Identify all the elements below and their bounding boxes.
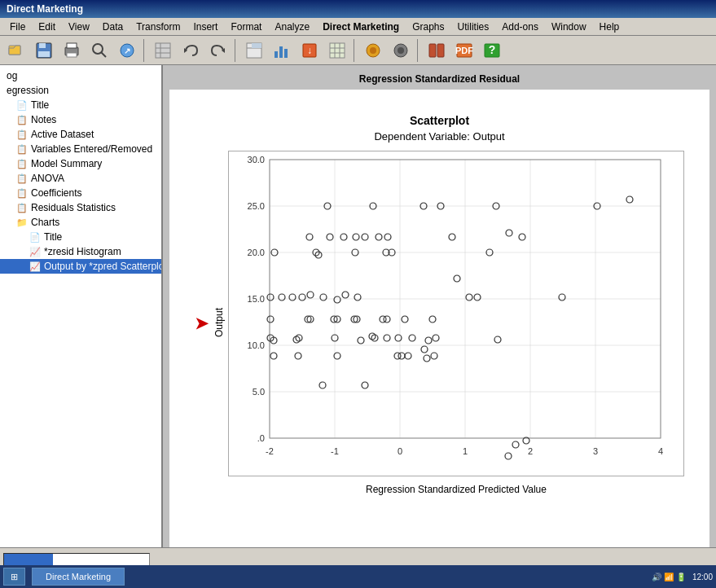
svg-point-114 <box>384 316 390 323</box>
tree-charts[interactable]: 📁 Charts <box>0 215 161 230</box>
goto-btn[interactable]: ↗ <box>114 38 140 63</box>
chart-title: Scatterplot <box>410 114 469 127</box>
svg-point-127 <box>409 335 415 341</box>
menu-addons[interactable]: Add-ons <box>495 20 545 34</box>
print-btn[interactable] <box>59 38 85 63</box>
menu-view[interactable]: View <box>62 20 96 34</box>
svg-text:10.0: 10.0 <box>248 340 265 350</box>
find-btn[interactable] <box>86 38 112 63</box>
help-btn[interactable]: ? <box>479 38 505 63</box>
svg-point-106 <box>267 316 274 323</box>
svg-point-32 <box>370 47 376 54</box>
output-paper: Scatterplot Dependent Variable: Output ➤… <box>169 90 709 547</box>
svg-rect-12 <box>156 43 170 58</box>
export-btn[interactable]: PDF <box>451 38 477 63</box>
tree-residuals-statistics[interactable]: 📋 Residuals Statistics <box>0 200 161 215</box>
toolbar-sep-2 <box>235 39 238 62</box>
import-btn[interactable]: ↓ <box>297 38 323 63</box>
tree-active-dataset[interactable]: 📋 Active Dataset <box>0 127 161 142</box>
taskbar-start-btn[interactable]: ⊞ <box>3 568 25 570</box>
menu-window[interactable]: Window <box>545 20 593 34</box>
tree-notes[interactable]: 📋 Notes <box>0 112 161 127</box>
menu-edit[interactable]: Edit <box>32 20 62 34</box>
output-area[interactable]: Regression Standardized Residual Scatter… <box>163 65 716 547</box>
tree-zresid-histogram[interactable]: 📈 *zresid Histogram <box>0 244 161 259</box>
toolbar-sep-4 <box>417 39 420 62</box>
variables-btn[interactable] <box>150 38 176 63</box>
save-btn[interactable] <box>31 38 57 63</box>
tree-model-summary[interactable]: 📋 Model Summary <box>0 156 161 171</box>
svg-point-115 <box>402 316 408 323</box>
toolbar: ↗ ↓ PDF ? <box>0 36 716 65</box>
menu-direct-marketing[interactable]: Direct Marketing <box>316 20 406 34</box>
svg-point-97 <box>299 294 305 301</box>
left-panel[interactable]: og egression 📄 Title 📋 Notes 📋 Active Da… <box>0 65 163 547</box>
svg-point-132 <box>270 353 277 359</box>
svg-point-79 <box>353 234 359 240</box>
tree-scatterplot[interactable]: 📈 Output by *zpred Scatterplot <box>0 259 161 274</box>
status-scroll-thumb <box>4 554 53 565</box>
circle1-btn[interactable] <box>360 38 386 63</box>
svg-text:?: ? <box>489 43 496 56</box>
menu-data[interactable]: Data <box>96 20 130 34</box>
tree-coefficients[interactable]: 📋 Coefficients <box>0 186 161 200</box>
main-content: og egression 📄 Title 📋 Notes 📋 Active Da… <box>0 65 716 547</box>
output-header: Regression Standardized Residual <box>169 72 709 86</box>
taskbar-items: Direct Marketing <box>32 568 652 570</box>
circle2-btn[interactable] <box>388 38 414 63</box>
svg-text:3: 3 <box>593 446 598 456</box>
svg-rect-23 <box>284 49 288 58</box>
menu-transform[interactable]: Transform <box>130 20 187 34</box>
model-summary-icon: 📋 <box>16 159 28 169</box>
svg-text:5.0: 5.0 <box>253 387 265 397</box>
coefficients-icon: 📋 <box>16 188 28 199</box>
svg-rect-3 <box>39 43 46 48</box>
svg-point-126 <box>395 335 402 341</box>
svg-point-34 <box>398 47 404 54</box>
x-axis-label: Regression Standardized Predicted Value <box>228 484 684 495</box>
menu-graphs[interactable]: Graphs <box>406 20 450 34</box>
svg-point-85 <box>519 234 525 240</box>
svg-point-98 <box>307 292 314 298</box>
svg-point-95 <box>279 294 285 301</box>
undo-btn[interactable] <box>178 38 204 63</box>
svg-text:-1: -1 <box>331 446 339 456</box>
grid-btn[interactable] <box>324 38 350 63</box>
merge-btn[interactable] <box>424 38 450 63</box>
toolbar-sep-3 <box>354 39 357 62</box>
tree-title[interactable]: 📄 Title <box>0 98 161 112</box>
svg-point-84 <box>506 230 512 236</box>
menu-format[interactable]: Format <box>224 20 268 34</box>
svg-point-103 <box>466 294 472 301</box>
menu-help[interactable]: Help <box>593 20 626 34</box>
svg-point-146 <box>626 196 633 203</box>
open-file-btn[interactable] <box>3 38 29 63</box>
tree-log[interactable]: og <box>0 68 161 83</box>
svg-point-125 <box>384 335 390 341</box>
menu-analyze[interactable]: Analyze <box>268 20 316 34</box>
svg-text:.0: .0 <box>257 433 265 443</box>
taskbar: ⊞ Direct Marketing 🔊 📶 🔋 12:00 <box>0 565 716 570</box>
svg-text:↓: ↓ <box>307 45 312 56</box>
tree-chart-title[interactable]: 📄 Title <box>0 230 161 244</box>
svg-text:25.0: 25.0 <box>248 201 265 211</box>
tree-anova[interactable]: 📋 ANOVA <box>0 171 161 186</box>
svg-point-83 <box>449 234 455 240</box>
tree-variables-entered[interactable]: 📋 Variables Entered/Removed <box>0 142 161 156</box>
chart-plot: 30.0 25.0 20.0 15.0 10.0 5.0 .0 -2 -1 0 <box>228 151 684 495</box>
taskbar-spss-btn[interactable]: Direct Marketing <box>32 568 125 570</box>
svg-line-9 <box>101 52 106 57</box>
menu-utilities[interactable]: Utilities <box>451 20 496 34</box>
tree-regression[interactable]: egression <box>0 83 161 98</box>
status-scroll[interactable] <box>3 553 150 566</box>
svg-point-142 <box>454 275 460 282</box>
pivot-btn[interactable] <box>241 38 267 63</box>
residuals-statistics-icon: 📋 <box>16 203 28 213</box>
menu-insert[interactable]: Insert <box>187 20 224 34</box>
menu-file[interactable]: File <box>3 20 32 34</box>
svg-point-128 <box>421 346 428 353</box>
svg-rect-21 <box>275 51 278 58</box>
redo-btn[interactable] <box>205 38 231 63</box>
chart2-btn[interactable] <box>269 38 295 63</box>
svg-point-143 <box>505 453 512 459</box>
